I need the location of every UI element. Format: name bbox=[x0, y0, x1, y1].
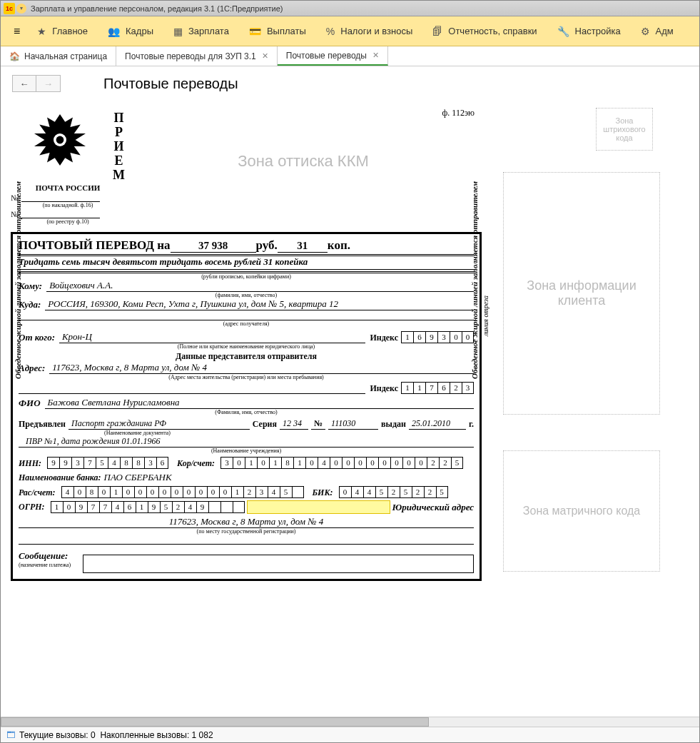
menu-payments[interactable]: 💳Выплаты bbox=[239, 16, 316, 46]
digit-cell: 0 bbox=[171, 486, 183, 498]
message-label: Сообщение: bbox=[19, 550, 78, 562]
digit-cell: 8 bbox=[120, 457, 132, 469]
current-calls-value: 0 bbox=[91, 730, 96, 740]
menu-taxes[interactable]: %Налоги и взносы bbox=[316, 16, 423, 46]
doc-series: 12 34 bbox=[280, 418, 308, 430]
doc-label: Предъявлен bbox=[19, 419, 66, 430]
digit-cell: 1 bbox=[231, 486, 243, 498]
legal-addr-label: Юридический адрес bbox=[392, 502, 474, 513]
highlighted-cell[interactable] bbox=[248, 501, 390, 513]
digit-cell: 1 bbox=[401, 331, 413, 343]
digit-cell: 3 bbox=[462, 382, 474, 394]
number-label: № bbox=[311, 418, 325, 430]
digit-cell: 3 bbox=[144, 457, 156, 469]
menu-main[interactable]: ★Главное bbox=[27, 16, 98, 46]
nav-forward-button[interactable]: → bbox=[36, 75, 61, 92]
menu-personnel[interactable]: 👥Кадры bbox=[98, 16, 163, 46]
menu-label: Зарплата bbox=[188, 26, 229, 36]
from-caption: (Полное или краткое наименование юридиче… bbox=[19, 343, 474, 350]
digit-cell: 1 bbox=[110, 486, 122, 498]
nav-back-button[interactable]: ← bbox=[12, 75, 36, 92]
eagle-emblem-icon bbox=[28, 108, 92, 172]
digit-cell: 5 bbox=[375, 486, 387, 498]
tab-postal-transfers[interactable]: Почтовые переводы✕ bbox=[278, 46, 388, 66]
digit-cell: 0 bbox=[98, 486, 110, 498]
menu-label: Выплаты bbox=[267, 26, 306, 36]
horizontal-scrollbar[interactable] bbox=[1, 717, 699, 727]
star-icon: ★ bbox=[37, 26, 46, 37]
ogrn-cells: 1097746195249 bbox=[51, 501, 245, 513]
digit-cell: 1 bbox=[51, 501, 63, 513]
sender-address: 117623, Москва г, 8 Марта ул, дом № 4 bbox=[49, 362, 474, 374]
doc-number: 111030 bbox=[328, 418, 378, 430]
tab-postal-zup[interactable]: Почтовые переводы для ЗУП 3.1✕ bbox=[116, 46, 278, 66]
digit-cell bbox=[208, 501, 220, 513]
digit-cell: 0 bbox=[219, 486, 231, 498]
barcode-zone: Зона штрихового кода bbox=[596, 108, 653, 151]
digit-cell: 4 bbox=[61, 486, 73, 498]
status-bar: 🗔 Текущие вызовы: 0 Накопленные вызовы: … bbox=[1, 727, 699, 742]
doc-name: Паспорт гражданина РФ bbox=[69, 418, 250, 430]
wrench-icon: 🔧 bbox=[557, 26, 569, 37]
bank-label: Наименование банка: bbox=[19, 472, 101, 483]
digit-cell: 5 bbox=[280, 486, 292, 498]
digit-cell: 5 bbox=[400, 486, 412, 498]
dropdown-icon[interactable]: ▾ bbox=[16, 4, 26, 14]
tab-label: Почтовые переводы для ЗУП 3.1 bbox=[125, 51, 256, 61]
report-viewport[interactable]: Обведенное жирной линией заполняется отп… bbox=[1, 101, 699, 717]
addr-caption: (Адрес места жительства (регистрации) ил… bbox=[19, 374, 474, 380]
bik-label: БИК: bbox=[313, 487, 333, 498]
ras-label: Рас/счет: bbox=[19, 487, 56, 498]
digit-cell: 0 bbox=[402, 457, 415, 469]
blank-line bbox=[19, 535, 474, 545]
digit-cell: 8 bbox=[132, 457, 144, 469]
digit-cell: 0 bbox=[450, 331, 462, 343]
menu-reports[interactable]: 🗐Отчетность, справки bbox=[422, 16, 547, 46]
digit-cell: 6 bbox=[437, 382, 450, 394]
pvr-line: ПВР №1, дата рождения 01.01.1966 bbox=[19, 436, 474, 448]
inn-cells: 9937548836 bbox=[47, 457, 168, 469]
digit-cell: 5 bbox=[451, 457, 463, 469]
side-cut-line: линия отреза bbox=[482, 295, 490, 336]
digit-cell: 0 bbox=[183, 486, 195, 498]
menu-salary[interactable]: ▦Зарплата bbox=[163, 16, 239, 46]
digit-cell: 5 bbox=[160, 501, 172, 513]
digit-cell: 3 bbox=[255, 486, 268, 498]
doc-issued: 25.01.2010 bbox=[409, 418, 466, 430]
menu-admin[interactable]: ⚙Адм bbox=[631, 16, 684, 46]
close-icon[interactable]: ✕ bbox=[262, 51, 268, 61]
digit-cell: 2 bbox=[424, 486, 436, 498]
blank-line bbox=[19, 393, 365, 394]
registry-no-field bbox=[21, 210, 100, 218]
digit-cell: 0 bbox=[195, 486, 207, 498]
gear-icon: ⚙ bbox=[641, 26, 650, 37]
digit-cell: 0 bbox=[366, 457, 378, 469]
recipient-address: РОССИЯ, 169300, Коми Респ, Ухта г, Пушки… bbox=[45, 298, 474, 310]
message-caption: (назначение платежа) bbox=[19, 562, 83, 568]
digit-cell: 0 bbox=[305, 457, 318, 469]
menu-settings[interactable]: 🔧Настройка bbox=[547, 16, 631, 46]
digit-cell: 2 bbox=[427, 457, 439, 469]
ras-account-cells: 4080100000000012345 bbox=[61, 486, 304, 498]
form-title: ПОЧТОВЫЙ ПЕРЕВОД на bbox=[19, 238, 171, 253]
sender-name: Крон-Ц bbox=[59, 331, 365, 343]
digit-cell: 0 bbox=[207, 486, 219, 498]
institution-caption: (Наименование учреждения) bbox=[19, 448, 474, 454]
issued-label: выдан bbox=[381, 419, 406, 430]
words-caption: (рубли прописью, копейки цифрами) bbox=[19, 273, 474, 280]
digit-cell: 4 bbox=[318, 457, 330, 469]
scrollbar-thumb[interactable] bbox=[1, 717, 429, 727]
digit-cell: 0 bbox=[462, 331, 474, 343]
main-menu: ≡ ★Главное 👥Кадры ▦Зарплата 💳Выплаты %На… bbox=[1, 16, 699, 46]
close-icon[interactable]: ✕ bbox=[372, 51, 379, 60]
accumulated-calls-value: 1 082 bbox=[192, 730, 213, 740]
menu-label: Главное bbox=[52, 26, 88, 36]
legal-address: 117623, Москва г, 8 Марта ул, дом № 4 bbox=[19, 516, 474, 528]
menu-burger-icon[interactable]: ≡ bbox=[6, 25, 27, 38]
postal-transfer-form: ПОЧТОВЫЙ ПЕРЕВОД на 37 938 руб. 31 коп. … bbox=[11, 232, 482, 581]
digit-cell: 9 bbox=[148, 501, 160, 513]
digit-cell: 4 bbox=[184, 501, 196, 513]
where-caption: (адрес получателя) bbox=[19, 320, 474, 327]
fio-label: ФИО bbox=[19, 398, 41, 409]
tab-home[interactable]: 🏠Начальная страница bbox=[1, 46, 116, 66]
